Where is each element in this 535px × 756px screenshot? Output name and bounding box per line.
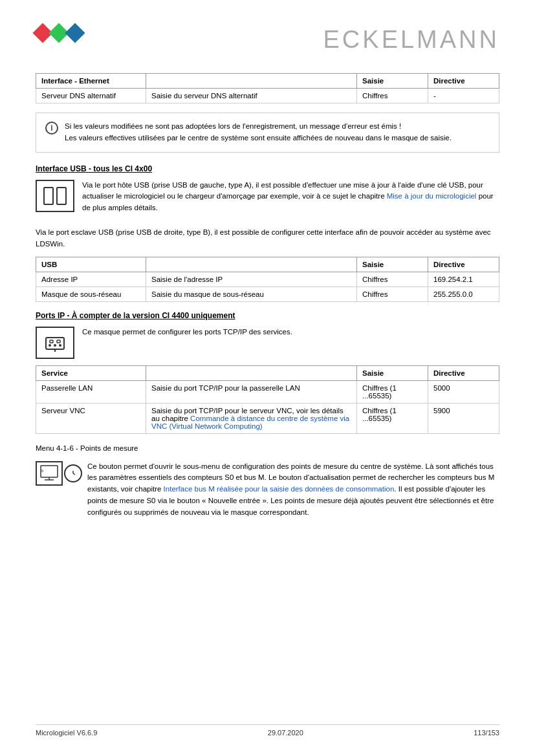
usb-paragraph1: Via le port hôte USB (prise USB de gauch…: [82, 180, 499, 214]
svg-line-12: [73, 473, 75, 475]
menu-clock-icon: [64, 464, 82, 482]
usb-rect-right: [56, 187, 67, 205]
ports-section-heading: Ports IP - À compter de la version CI 44…: [36, 311, 499, 320]
usb-paragraph2: Via le port esclave USB (prise USB de dr…: [36, 227, 499, 250]
menu-heading: Menu 4-1-6 - Points de mesure: [36, 443, 499, 455]
eth-header-4: Directive: [428, 74, 499, 89]
svg-rect-0: [46, 338, 64, 349]
logo: [36, 26, 82, 40]
svc-row1-col3: Chiffres (1 ...65535): [357, 380, 428, 403]
ethernet-table: Interface - Ethernet Saisie Directive Se…: [36, 73, 499, 103]
menu-description: Ce bouton permet d'ouvrir le sous-menu d…: [87, 461, 499, 519]
page-footer: Micrologiciel V6.6.9 29.07.2020 113/153: [36, 724, 499, 737]
eth-row1-col3: Chiffres: [357, 89, 428, 103]
svc-row2-col4: 5900: [428, 403, 499, 433]
usb-row2-col3: Chiffres: [357, 286, 428, 301]
usb-icon-row: Via le port hôte USB (prise USB de gauch…: [36, 180, 499, 221]
table-row: Serveur VNC Saisie du port TCP/IP pour l…: [36, 403, 499, 433]
usb-table: USB Saisie Directive Adresse IP Saisie d…: [36, 257, 499, 302]
footer-right: 113/153: [474, 729, 499, 737]
eth-row1-col1: Serveur DNS alternatif: [36, 89, 146, 103]
info-text: Si les valeurs modifiées ne sont pas ado…: [65, 121, 452, 144]
usb-icon: [36, 180, 74, 212]
ports-paragraph: Ce masque permet de configurer les ports…: [82, 327, 292, 338]
eth-row1-col4: -: [428, 89, 499, 103]
svg-text:6: 6: [41, 469, 44, 473]
svg-point-5: [54, 344, 56, 347]
usb-header-4: Directive: [428, 257, 499, 272]
info-box: i Si les valeurs modifiées ne sont pas a…: [36, 113, 499, 153]
svg-rect-2: [57, 340, 60, 343]
table-row: Adresse IP Saisie de l'adresse IP Chiffr…: [36, 272, 499, 286]
usb-row1-col3: Chiffres: [357, 272, 428, 286]
svg-point-4: [49, 344, 51, 347]
svg-point-6: [59, 344, 61, 347]
table-row: Masque de sous-réseau Saisie du masque d…: [36, 286, 499, 301]
eth-header-2: [146, 74, 357, 89]
footer-left: Micrologiciel V6.6.9: [36, 729, 97, 737]
eth-header-3: Saisie: [357, 74, 428, 89]
brand-name: ECKELMANN: [323, 26, 500, 54]
menu-icon-row: 6 Ce bouton permet d'ouvrir le sous-menu…: [36, 461, 499, 525]
usb-row2-col4: 255.255.0.0: [428, 286, 499, 301]
usb-header-1: USB: [36, 257, 146, 272]
svc-row1-col1: Passerelle LAN: [36, 380, 146, 403]
footer-center: 29.07.2020: [268, 729, 303, 737]
svc-row2-col1: Serveur VNC: [36, 403, 146, 433]
menu-link[interactable]: Interface bus M réalisée pour la saisie …: [164, 485, 395, 493]
svc-row2-col2: Saisie du port TCP/IP pour le serveur VN…: [146, 403, 357, 433]
table-row: Passerelle LAN Saisie du port TCP/IP pou…: [36, 380, 499, 403]
diamond-blue: [65, 23, 85, 43]
usb-row2-col2: Saisie du masque de sous-réseau: [146, 286, 357, 301]
svg-rect-1: [50, 340, 53, 343]
usb-row2-col1: Masque de sous-réseau: [36, 286, 146, 301]
info-icon: i: [45, 122, 58, 135]
ports-icon-row: Ce masque permet de configurer les ports…: [36, 327, 499, 359]
usb-header-3: Saisie: [357, 257, 428, 272]
eth-row1-col2: Saisie du serveur DNS alternatif: [146, 89, 357, 103]
menu-icon-group: 6: [36, 461, 82, 486]
usb-section-heading: Interface USB - tous les CI 4x00: [36, 164, 499, 173]
svc-header-1: Service: [36, 365, 146, 380]
svc-row1-col4: 5000: [428, 380, 499, 403]
svc-row1-col2: Saisie du port TCP/IP pour la passerelle…: [146, 380, 357, 403]
svc-header-3: Saisie: [357, 365, 428, 380]
usb-rect-left: [43, 187, 54, 205]
page-header: ECKELMANN: [36, 26, 499, 54]
net-icon: [36, 327, 74, 359]
usb-link1[interactable]: Mise à jour du micrologiciel: [387, 192, 477, 200]
menu-computer-icon: 6: [36, 461, 63, 486]
usb-row1-col4: 169.254.2.1: [428, 272, 499, 286]
table-row: Serveur DNS alternatif Saisie du serveur…: [36, 89, 499, 103]
net-icon-svg: [43, 331, 67, 354]
usb-row1-col2: Saisie de l'adresse IP: [146, 272, 357, 286]
usb-header-2: [146, 257, 357, 272]
service-table: Service Saisie Directive Passerelle LAN …: [36, 365, 499, 434]
usb-row1-col1: Adresse IP: [36, 272, 146, 286]
svc-header-2: [146, 365, 357, 380]
eth-header-1: Interface - Ethernet: [36, 74, 146, 89]
svc-header-4: Directive: [428, 365, 499, 380]
svc-row2-col3: Chiffres (1 ...65535): [357, 403, 428, 433]
